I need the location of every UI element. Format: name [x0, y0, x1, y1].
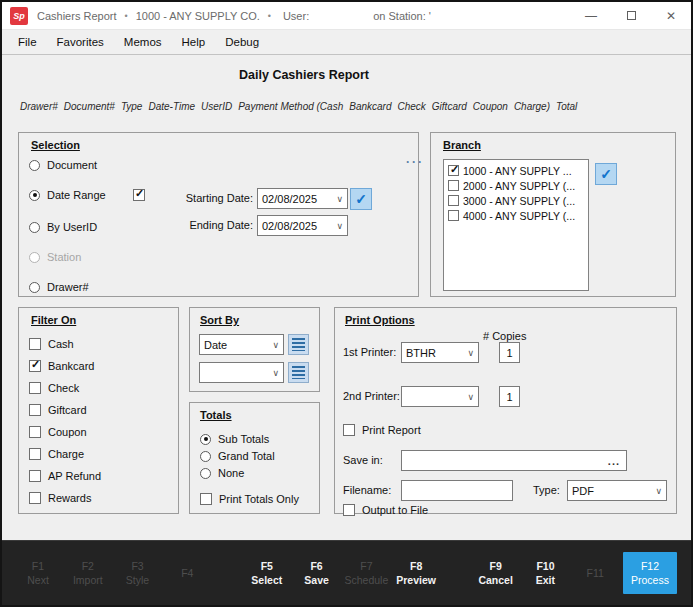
filter-coupon[interactable]: Coupon [29, 426, 87, 438]
filename-input[interactable] [401, 480, 513, 501]
output-to-file-checkbox[interactable]: Output to File [343, 504, 428, 516]
close-icon[interactable]: ✕ [651, 2, 691, 30]
minimize-icon[interactable]: — [571, 2, 611, 30]
print-report-checkbox[interactable]: Print Report [343, 424, 421, 436]
chevron-down-icon: ∨ [268, 368, 279, 378]
checkbox-label: AP Refund [48, 470, 101, 482]
selection-groupbox: Selection Document Date Range By UserID … [18, 132, 419, 297]
fkey-f5-select[interactable]: F5Select [245, 559, 289, 587]
page-title: Daily Cashiers Report [2, 68, 606, 82]
starting-date-label: Starting Date: [179, 192, 253, 204]
radio-none[interactable]: None [200, 467, 244, 479]
save-in-input[interactable]: ... [401, 450, 627, 471]
fkey-f9-cancel[interactable]: F9Cancel [474, 559, 518, 587]
first-copies-input[interactable] [499, 342, 520, 363]
first-printer-value: BTHR [406, 347, 436, 359]
sort-primary-value: Date [204, 339, 227, 351]
fkey-f12-process[interactable]: F12Process [623, 552, 677, 594]
checkbox-label: Coupon [48, 426, 87, 438]
type-value: PDF [572, 485, 594, 497]
fkey-f11: F11 [573, 566, 617, 580]
fkey-f8-preview[interactable]: F8Preview [394, 559, 438, 587]
radio-date-range[interactable]: Date Range [29, 189, 106, 201]
sort-secondary-list-button[interactable] [288, 362, 309, 383]
second-printer-dropdown[interactable]: ∨ [401, 386, 479, 407]
filter-rewards[interactable]: Rewards [29, 492, 91, 504]
checkbox-label: Charge [48, 448, 84, 460]
ending-date-dropdown[interactable]: 02/08/2025 ∨ [257, 215, 348, 236]
legend-field: Coupon [473, 101, 508, 112]
sort-primary-list-button[interactable] [288, 334, 309, 355]
radio-icon [29, 160, 40, 171]
checkbox-icon [29, 492, 41, 504]
fkey-f10-exit[interactable]: F10Exit [523, 559, 567, 587]
radio-by-userid[interactable]: By UserID [29, 221, 97, 233]
radio-icon [200, 434, 211, 445]
starting-date-dropdown[interactable]: 02/08/2025 ∨ [257, 188, 348, 209]
print-totals-only-checkbox[interactable]: Print Totals Only [200, 493, 299, 505]
checkbox-icon [29, 404, 41, 416]
branch-item[interactable]: 3000 - ANY SUPPLY (... [446, 193, 586, 208]
menu-help[interactable]: Help [172, 36, 216, 48]
radio-sub-totals[interactable]: Sub Totals [200, 433, 269, 445]
branch-item[interactable]: 2000 - ANY SUPPLY (... [446, 178, 586, 193]
radio-drawer[interactable]: Drawer# [29, 281, 89, 293]
list-icon [292, 338, 305, 351]
first-printer-dropdown[interactable]: BTHR ∨ [401, 342, 479, 363]
legend-field: Payment Method (Cash [238, 101, 343, 112]
branch-item[interactable]: 1000 - ANY SUPPLY ... [446, 163, 586, 178]
branch-item[interactable]: 4000 - ANY SUPPLY (... [446, 208, 586, 223]
second-copies-input[interactable] [499, 386, 520, 407]
checkbox-icon [133, 189, 145, 201]
cashiers-report-window: Sp Cashiers Report • 1000 - ANY SUPPLY C… [0, 0, 693, 607]
legend-field: Giftcard [432, 101, 467, 112]
filter-charge[interactable]: Charge [29, 448, 84, 460]
radio-label: Grand Total [218, 450, 275, 462]
copies-label: # Copies [483, 330, 526, 342]
checkbox-icon [29, 426, 41, 438]
window-controls: — ✕ [571, 2, 691, 30]
date-range-checkbox[interactable] [133, 189, 145, 201]
checkbox-label: Print Report [362, 424, 421, 436]
menu-memos[interactable]: Memos [114, 36, 172, 48]
chevron-down-icon: ∨ [463, 348, 474, 358]
checkbox-label: Bankcard [48, 360, 94, 372]
filter-cash[interactable]: Cash [29, 338, 74, 350]
splitter-dots: ··· [406, 155, 424, 169]
select-all-branches-button[interactable]: ✓ [595, 163, 617, 185]
checkbox-icon [343, 424, 355, 436]
menu-favorites[interactable]: Favorites [47, 36, 114, 48]
radio-grand-total[interactable]: Grand Total [200, 450, 275, 462]
chevron-down-icon: ∨ [332, 221, 343, 231]
totals-groupbox: Totals Sub Totals Grand Total None Print… [189, 402, 320, 514]
browse-ellipsis-button[interactable]: ... [608, 455, 622, 467]
sort-secondary-dropdown[interactable]: ∨ [199, 362, 284, 383]
branch-item-label: 2000 - ANY SUPPLY (... [463, 180, 575, 192]
filter-check[interactable]: Check [29, 382, 79, 394]
print-options-groupbox: Print Options # Copies 1st Printer: BTHR… [334, 307, 677, 514]
filter-giftcard[interactable]: Giftcard [29, 404, 87, 416]
legend-field: UserID [201, 101, 232, 112]
filter-bankcard[interactable]: Bankcard [29, 360, 94, 372]
menu-file[interactable]: File [8, 36, 47, 48]
radio-station: Station [29, 251, 81, 263]
radio-icon [200, 451, 211, 462]
type-dropdown[interactable]: PDF ∨ [567, 480, 667, 501]
filter-ap-refund[interactable]: AP Refund [29, 470, 101, 482]
legend-field: Document# [64, 101, 115, 112]
sortby-title: Sort By [200, 314, 239, 326]
user-label: User: [283, 10, 309, 22]
branch-list[interactable]: 1000 - ANY SUPPLY ... 2000 - ANY SUPPLY … [443, 159, 589, 291]
title-separator: • [124, 11, 127, 21]
fkey-f6-save[interactable]: F6Save [295, 559, 339, 587]
sortby-groupbox: Sort By Date ∨ ∨ [189, 307, 320, 392]
filter-groupbox: Filter On Cash Bankcard Check Giftcard C… [18, 307, 179, 514]
menu-bar: File Favorites Memos Help Debug [2, 30, 691, 55]
checkbox-icon [29, 448, 41, 460]
menu-debug[interactable]: Debug [215, 36, 269, 48]
maximize-icon[interactable] [611, 2, 651, 30]
radio-document[interactable]: Document [29, 159, 97, 171]
apply-date-button[interactable]: ✓ [350, 188, 372, 210]
sort-primary-dropdown[interactable]: Date ∨ [199, 334, 284, 355]
chevron-down-icon: ∨ [332, 194, 343, 204]
